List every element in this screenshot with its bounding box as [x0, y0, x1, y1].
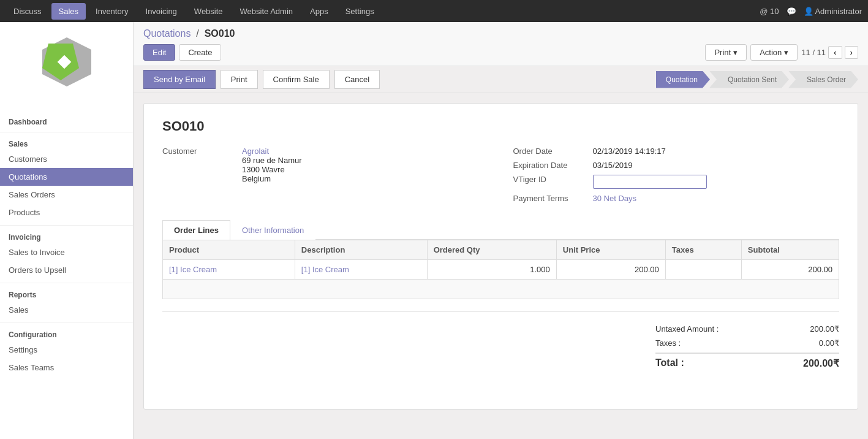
breadcrumb-parent[interactable]: Quotations — [143, 28, 191, 39]
expiration-date-row: Expiration Date 03/15/2019 — [513, 161, 840, 170]
nav-website-admin[interactable]: Website Admin — [233, 3, 300, 20]
customer-name-link[interactable]: Agrolait — [242, 147, 269, 156]
create-button[interactable]: Create — [179, 44, 221, 61]
sidebar-item-sales-teams[interactable]: Sales Teams — [0, 359, 133, 376]
document-wrapper: SO010 Customer Agrolait 69 rue de Namur … — [134, 93, 868, 419]
order-detail-field-group: Order Date 02/13/2019 14:19:17 Expiratio… — [513, 147, 840, 208]
description-link[interactable]: [1] Ice Cream — [301, 265, 349, 274]
nav-discuss[interactable]: Discuss — [6, 3, 49, 20]
payment-terms-label: Payment Terms — [513, 194, 593, 203]
payment-terms-value: 30 Net Days — [593, 194, 637, 203]
document-card: SO010 Customer Agrolait 69 rue de Namur … — [143, 103, 858, 410]
taxes-value: 0.00₹ — [819, 338, 839, 348]
nav-website[interactable]: Website — [187, 3, 230, 20]
message-icon[interactable]: 💬 — [787, 7, 796, 16]
document-fields: Customer Agrolait 69 rue de Namur 1300 W… — [162, 147, 839, 208]
print-status-button[interactable]: Print — [221, 70, 258, 89]
notification-icon[interactable]: @ 10 — [760, 7, 779, 16]
sidebar-item-quotations[interactable]: Quotations — [0, 168, 133, 186]
vtiger-id-label: VTiger ID — [513, 175, 593, 184]
expiration-date-value: 03/15/2019 — [593, 161, 633, 170]
col-taxes: Taxes — [665, 240, 741, 260]
total-label: Total : — [655, 357, 684, 369]
page-header: Quotations / SO010 Edit Create Print ▾ A… — [134, 22, 868, 66]
totals-section: Untaxed Amount : 200.00₹ Taxes : 0.00₹ — [162, 322, 839, 372]
cell-description: [1] Ice Cream — [295, 260, 427, 280]
order-lines-table: Product Description Ordered Qty Unit Pri… — [162, 240, 839, 299]
table-divider — [162, 311, 839, 312]
order-date-value: 02/13/2019 14:19:17 — [593, 147, 666, 156]
taxes-label: Taxes : — [655, 338, 681, 348]
logo — [0, 22, 133, 114]
customer-field-row: Customer Agrolait 69 rue de Namur 1300 W… — [162, 147, 489, 183]
top-nav-left: Discuss Sales Inventory Invoicing Websit… — [6, 3, 382, 20]
edit-button[interactable]: Edit — [143, 44, 175, 61]
workflow-step-quotation: Quotation — [656, 71, 710, 88]
sidebar-item-customers[interactable]: Customers — [0, 150, 133, 168]
tabs: Order Lines Other Information — [162, 220, 839, 240]
logo-image — [30, 31, 104, 105]
nav-sales[interactable]: Sales — [51, 3, 86, 20]
col-product: Product — [163, 240, 295, 260]
print-dropdown-icon: ▾ — [733, 48, 738, 57]
customer-address2: 1300 Wavre — [242, 165, 285, 174]
customer-value: Agrolait 69 rue de Namur 1300 Wavre Belg… — [242, 147, 302, 183]
main-content: Quotations / SO010 Edit Create Print ▾ A… — [134, 22, 868, 439]
col-unit-price: Unit Price — [556, 240, 665, 260]
col-ordered-qty: Ordered Qty — [427, 240, 556, 260]
untaxed-value: 200.00₹ — [810, 324, 839, 334]
workflow-steps: Quotation Quotation Sent Sales Order — [657, 71, 858, 88]
top-nav-right: @ 10 💬 👤 Administrator — [760, 7, 862, 16]
workflow-step-quotation-sent: Quotation Sent — [709, 71, 789, 88]
expiration-date-label: Expiration Date — [513, 161, 593, 170]
totals-table: Untaxed Amount : 200.00₹ Taxes : 0.00₹ — [655, 322, 839, 372]
workflow-step-sales-order: Sales Order — [788, 71, 858, 88]
pagination: 11 / 11 ‹ › — [801, 46, 858, 59]
nav-apps[interactable]: Apps — [303, 3, 336, 20]
sidebar-header-sales: Sales — [0, 136, 133, 150]
sidebar-item-settings[interactable]: Settings — [0, 341, 133, 359]
cell-ordered-qty: 1.000 — [427, 260, 556, 280]
document-title: SO010 — [162, 118, 839, 134]
payment-terms-link[interactable]: 30 Net Days — [593, 194, 637, 203]
confirm-sale-button[interactable]: Confirm Sale — [263, 70, 330, 89]
untaxed-label: Untaxed Amount : — [655, 324, 719, 334]
add-product-cell — [163, 280, 839, 299]
tab-order-lines[interactable]: Order Lines — [162, 220, 230, 240]
taxes-row: Taxes : 0.00₹ — [655, 336, 839, 350]
nav-inventory[interactable]: Inventory — [88, 3, 135, 20]
print-button[interactable]: Print ▾ — [705, 44, 747, 61]
sidebar-item-sales-to-invoice[interactable]: Sales to Invoice — [0, 243, 133, 261]
col-description: Description — [295, 240, 427, 260]
sidebar-header-dashboard: Dashboard — [0, 114, 133, 128]
product-link[interactable]: [1] Ice Cream — [169, 265, 217, 274]
cell-taxes — [665, 260, 741, 280]
sidebar-item-orders-to-upsell[interactable]: Orders to Upsell — [0, 261, 133, 279]
prev-button[interactable]: ‹ — [828, 46, 842, 59]
customer-field-group: Customer Agrolait 69 rue de Namur 1300 W… — [162, 147, 489, 208]
sidebar-item-sales-orders[interactable]: Sales Orders — [0, 186, 133, 204]
vtiger-id-input[interactable] — [593, 175, 707, 189]
sidebar-item-products[interactable]: Products — [0, 204, 133, 221]
tab-other-information[interactable]: Other Information — [230, 220, 315, 240]
untaxed-row: Untaxed Amount : 200.00₹ — [655, 322, 839, 336]
total-row: Total : 200.00₹ — [655, 353, 839, 372]
cancel-button[interactable]: Cancel — [334, 70, 380, 89]
send-email-button[interactable]: Send by Email — [143, 70, 216, 89]
top-nav: Discuss Sales Inventory Invoicing Websit… — [0, 0, 868, 22]
action-button[interactable]: Action ▾ — [750, 44, 798, 61]
user-avatar[interactable]: 👤 Administrator — [804, 7, 862, 16]
next-button[interactable]: › — [845, 46, 858, 59]
breadcrumb: Quotations / SO010 — [143, 28, 858, 39]
status-bar: Send by Email Print Confirm Sale Cancel … — [134, 66, 868, 93]
action-dropdown-icon: ▾ — [784, 48, 788, 57]
vtiger-id-row: VTiger ID — [513, 175, 840, 189]
nav-invoicing[interactable]: Invoicing — [138, 3, 184, 20]
sidebar-item-sales-report[interactable]: Sales — [0, 301, 133, 319]
customer-label: Customer — [162, 147, 242, 156]
table-row: [1] Ice Cream [1] Ice Cream 1.000 200.00… — [163, 260, 839, 280]
customer-country: Belgium — [242, 174, 271, 183]
cell-unit-price: 200.00 — [556, 260, 665, 280]
add-product-row — [163, 280, 839, 299]
nav-settings[interactable]: Settings — [338, 3, 382, 20]
